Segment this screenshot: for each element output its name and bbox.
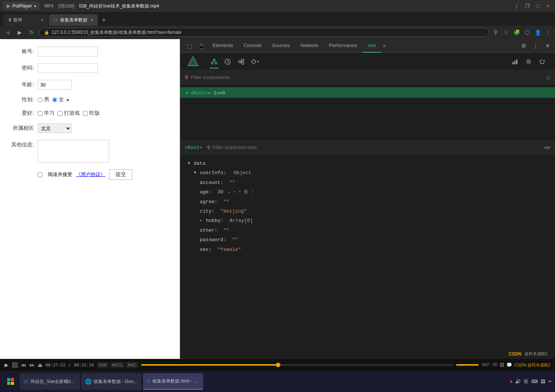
- devtools-tab-bar: ⬚ 📱 Elements Console Sources Network Per…: [180, 39, 555, 53]
- play-btn[interactable]: ▶: [5, 362, 9, 368]
- age-more-btn[interactable]: ⋮: [251, 188, 255, 196]
- taskbar-chrome[interactable]: 🌐 收集表单数据 - Goo...: [81, 373, 141, 390]
- taskbar-lang[interactable]: 英: [524, 378, 528, 385]
- gender-female-label[interactable]: 女 ●: [52, 96, 69, 103]
- maximize-btn[interactable]: □: [534, 3, 541, 9]
- profile-icon[interactable]: 👤: [534, 29, 541, 35]
- submit-button[interactable]: 提交: [109, 169, 132, 180]
- filter-action-icon[interactable]: ◇: [546, 74, 550, 81]
- hobby-toggle[interactable]: ▸: [200, 217, 204, 225]
- position-label: [38/168]: [58, 3, 75, 9]
- hobby-study-label[interactable]: 学习: [38, 110, 55, 117]
- prev-btn[interactable]: ⏮: [21, 362, 26, 368]
- agreement-checkbox[interactable]: [38, 172, 43, 177]
- eject-btn[interactable]: ⏏: [38, 362, 43, 368]
- media-progress[interactable]: [141, 364, 453, 366]
- tab-collect-form-close[interactable]: ✕: [90, 18, 93, 22]
- media-progress-thumb[interactable]: [276, 363, 280, 367]
- tab-network[interactable]: Network: [295, 39, 324, 53]
- taskbar-vscode[interactable]: V 收集表单数据.html - ...: [143, 373, 203, 390]
- tab-pause-close[interactable]: ✕: [41, 18, 44, 22]
- tab-pause[interactable]: ⏸ 暂停 ✕: [3, 14, 48, 26]
- age-plus-btn[interactable]: +: [238, 188, 241, 196]
- search-icon[interactable]: ⚲: [492, 29, 499, 35]
- window-controls: ⧸ ❐ □ ✕: [513, 3, 552, 9]
- userinfo-toggle[interactable]: ▼: [194, 169, 198, 177]
- devtools-settings-btn[interactable]: [522, 55, 535, 68]
- inspector-code-toggle[interactable]: <>: [544, 144, 550, 150]
- age-edit-btn[interactable]: ✏: [228, 188, 231, 196]
- reload-button[interactable]: ↻: [27, 29, 36, 35]
- router-btn[interactable]: ▾: [248, 55, 262, 68]
- inspector-header: <Root> ⚲ <>: [180, 141, 555, 154]
- vscode-label: 收集表单数据.html - ...: [152, 378, 197, 384]
- agreement-link[interactable]: 《用户协议》: [76, 171, 105, 178]
- app-title[interactable]: ▶ PotPlayer ▾: [3, 2, 40, 10]
- settings-btn[interactable]: ⚙: [519, 43, 528, 49]
- extension-icon[interactable]: 🧩: [513, 29, 520, 35]
- word-icon: W: [23, 378, 28, 384]
- gender-male-radio[interactable]: [38, 97, 43, 102]
- menu-icon[interactable]: ⋮: [544, 29, 552, 35]
- tab-elements[interactable]: Elements: [207, 39, 238, 53]
- other-textarea[interactable]: [38, 140, 109, 163]
- tab-performance[interactable]: Performance: [324, 39, 362, 53]
- age-input[interactable]: [38, 80, 71, 90]
- new-tab-button[interactable]: +: [99, 15, 109, 26]
- forward-button[interactable]: ▶: [15, 29, 24, 35]
- component-tree-btn[interactable]: [207, 55, 221, 68]
- inspector-filter-input[interactable]: [213, 144, 276, 150]
- media-3d-btn[interactable]: 3D: [492, 362, 497, 368]
- hobby-field-row[interactable]: ▸ hobby: Array[0]: [188, 216, 547, 225]
- gender-female-radio[interactable]: [52, 97, 57, 102]
- media-subtitle-btn[interactable]: 💬: [506, 362, 512, 368]
- device-mode-btn[interactable]: 📱: [195, 39, 207, 53]
- taskbar-ime[interactable]: ⌨: [531, 379, 538, 384]
- refresh-btn[interactable]: [535, 55, 549, 68]
- media-screenshot-btn[interactable]: 🖼: [500, 362, 504, 368]
- hobby-food-checkbox[interactable]: [83, 111, 88, 116]
- filter-components-input[interactable]: [191, 74, 546, 80]
- gender-male-label[interactable]: 男: [38, 96, 49, 103]
- volume-slider[interactable]: [456, 364, 479, 366]
- taskbar-word[interactable]: W 尚硅谷_Vue全家桶d...: [20, 373, 80, 390]
- restore-btn[interactable]: ❐: [523, 3, 531, 9]
- vuex-btn[interactable]: [234, 55, 248, 68]
- chart-btn[interactable]: [508, 55, 522, 68]
- age-minus-btn[interactable]: −: [233, 188, 236, 196]
- hobby-food-label[interactable]: 吃饭: [83, 110, 100, 117]
- hobby-games-checkbox[interactable]: [58, 111, 62, 116]
- age-field-row[interactable]: age: 30 ✏ − + 🗑 ⋮: [188, 187, 547, 197]
- next-btn[interactable]: ⏭: [29, 362, 35, 368]
- tab-sources[interactable]: Sources: [267, 39, 295, 53]
- more-tabs-btn[interactable]: »: [383, 43, 385, 49]
- data-toggle[interactable]: ▼: [188, 160, 192, 167]
- password-input[interactable]: [38, 63, 98, 73]
- inspect-element-btn[interactable]: ⬚: [183, 39, 195, 53]
- bookmark-icon[interactable]: ☆: [502, 29, 510, 35]
- stop-btn[interactable]: ⬛: [12, 362, 18, 368]
- puzzle-icon[interactable]: ⬡: [523, 29, 531, 35]
- media-360-btn[interactable]: 360°: [482, 362, 490, 368]
- start-button[interactable]: [3, 374, 18, 389]
- tab-vue[interactable]: Vue: [362, 39, 382, 53]
- taskbar-grid[interactable]: 🖼: [541, 379, 545, 384]
- age-delete-btn[interactable]: 🗑: [243, 188, 248, 196]
- close-devtools-btn[interactable]: ✕: [543, 43, 552, 49]
- taskbar-scissors[interactable]: ✂: [548, 379, 552, 384]
- close-btn[interactable]: ✕: [544, 3, 552, 9]
- root-component-row[interactable]: ▸ <Root> = $vm0: [180, 87, 555, 98]
- campus-select[interactable]: 北京 上海 广州: [38, 123, 71, 133]
- svg-rect-18: [512, 62, 514, 64]
- minimize-btn[interactable]: ⧸: [513, 3, 520, 9]
- hobby-study-checkbox[interactable]: [38, 111, 43, 116]
- back-button[interactable]: ◀: [3, 29, 12, 35]
- hobby-games-label[interactable]: 打游戏: [58, 110, 80, 117]
- tab-collect-form[interactable]: ⬡ 收集表单数据 ✕: [49, 14, 98, 26]
- more-options-btn[interactable]: ⋮: [531, 43, 540, 49]
- tab-console[interactable]: Console: [238, 39, 267, 53]
- url-bar[interactable]: 🔒 127.0.0.1:5500/13_收集表单数据/收集表单数据.html?s…: [39, 28, 489, 37]
- account-input[interactable]: [38, 47, 98, 56]
- timeline-btn[interactable]: [221, 55, 234, 68]
- svg-point-6: [215, 62, 217, 64]
